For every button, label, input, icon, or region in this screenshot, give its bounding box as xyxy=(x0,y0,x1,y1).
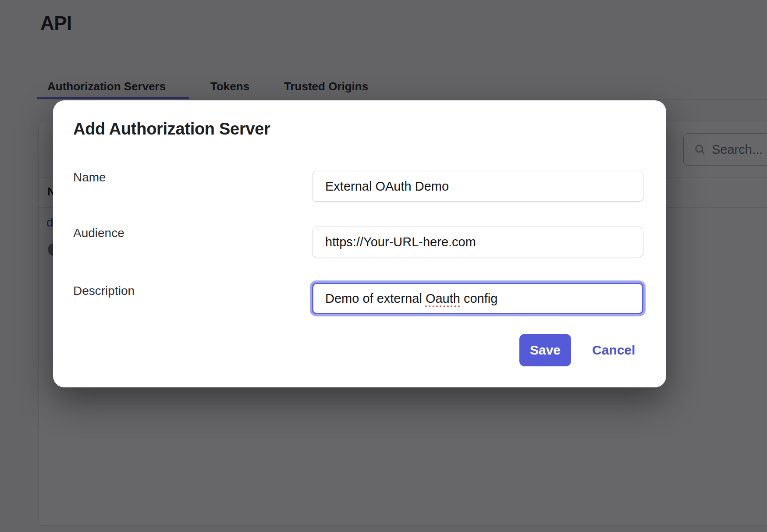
misspelled-word: Oauth xyxy=(426,291,460,305)
description-label: Description xyxy=(73,284,135,298)
audience-input-value: https://Your-URL-here.com xyxy=(325,235,476,249)
modal-title: Add Authorization Server xyxy=(73,120,270,138)
add-authorization-server-modal: Add Authorization Server Name External O… xyxy=(53,100,666,387)
cancel-button[interactable]: Cancel xyxy=(592,334,635,366)
description-input-value: Demo of external Oauth config xyxy=(325,291,497,306)
name-input-value: External OAuth Demo xyxy=(325,179,449,194)
name-label: Name xyxy=(73,170,106,184)
name-input[interactable]: External OAuth Demo xyxy=(312,171,643,202)
audience-label: Audience xyxy=(73,226,124,240)
save-button[interactable]: Save xyxy=(519,334,571,366)
audience-input[interactable]: https://Your-URL-here.com xyxy=(312,227,643,257)
description-input[interactable]: Demo of external Oauth config xyxy=(312,283,643,314)
